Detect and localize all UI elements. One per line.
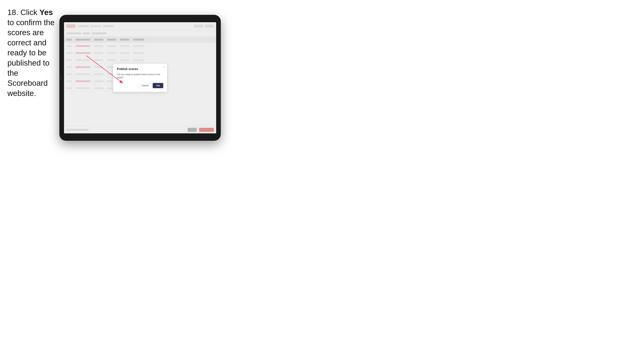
instruction-text-after: to confirm the scores are correct and re… (8, 18, 54, 98)
modal-overlay: × Publish scores Are you ready to publis… (64, 22, 216, 133)
publish-scores-modal: × Publish scores Are you ready to publis… (113, 64, 167, 92)
cancel-button[interactable]: Cancel (139, 83, 151, 88)
instruction-text-before: Click (20, 8, 40, 17)
modal-close-button[interactable]: × (163, 66, 165, 69)
modal-footer: Cancel Yes (117, 83, 163, 88)
tablet: × Publish scores Are you ready to publis… (59, 15, 221, 141)
instruction-number: 18. (8, 8, 18, 17)
tablet-screen: × Publish scores Are you ready to publis… (64, 22, 216, 133)
yes-button[interactable]: Yes (153, 83, 163, 88)
modal-title: Publish scores (117, 67, 163, 71)
instruction-text: 18. Click Yes to confirm the scores are … (8, 7, 59, 98)
tablet-side-button (60, 75, 61, 81)
modal-body: Are you ready to publish these scores to… (117, 73, 163, 79)
instruction-bold: Yes (40, 8, 53, 17)
